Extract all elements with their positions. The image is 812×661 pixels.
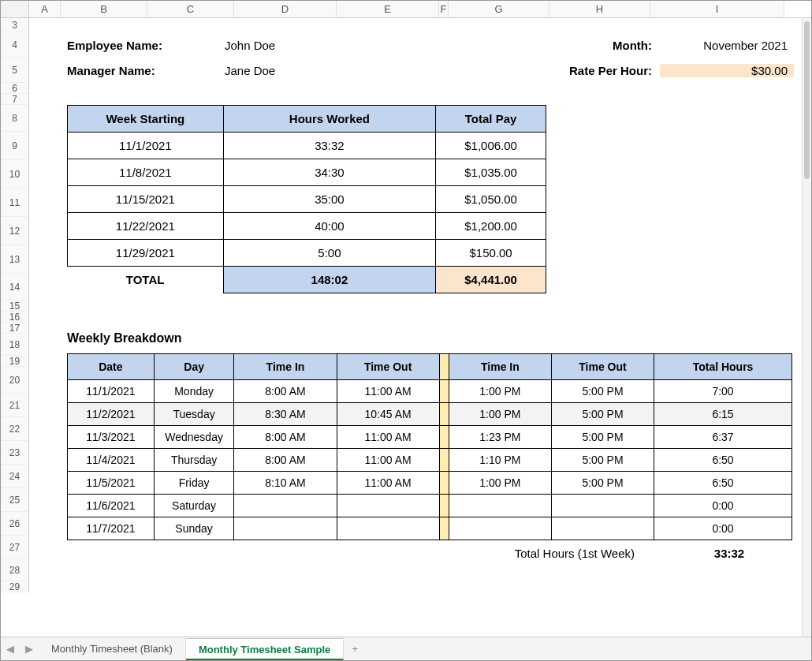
rate-value[interactable]: $30.00 bbox=[660, 64, 794, 77]
col-header-c[interactable]: C bbox=[147, 1, 234, 17]
cell-time-in[interactable]: 8:30 AM bbox=[234, 403, 337, 426]
cell-time-out-2[interactable]: 5:00 PM bbox=[551, 426, 654, 449]
summary-row[interactable]: 11/29/20215:00$150.00 bbox=[68, 240, 546, 267]
row-header-12[interactable]: 12 bbox=[1, 217, 29, 245]
row-header-20[interactable]: 20 bbox=[1, 367, 29, 394]
row-header-23[interactable]: 23 bbox=[1, 441, 29, 465]
cell-hours[interactable]: 34:30 bbox=[223, 159, 435, 186]
row-header-9[interactable]: 9 bbox=[1, 132, 29, 160]
cell-time-in-2[interactable]: 1:10 PM bbox=[449, 449, 551, 472]
cell-day[interactable]: Tuesday bbox=[154, 403, 234, 426]
cell-hours[interactable]: 40:00 bbox=[223, 213, 435, 240]
row-header-15[interactable]: 15 bbox=[1, 301, 29, 312]
cell-time-out-2[interactable]: 5:00 PM bbox=[551, 403, 654, 426]
cell-pay[interactable]: $1,006.00 bbox=[436, 133, 546, 159]
row-header-18[interactable]: 18 bbox=[1, 334, 29, 356]
row-header-25[interactable]: 25 bbox=[1, 488, 29, 512]
cell-time-in-2[interactable]: 1:00 PM bbox=[449, 472, 551, 495]
cell-date[interactable]: 11/3/2021 bbox=[68, 426, 155, 449]
col-header-g[interactable]: G bbox=[449, 1, 549, 17]
breakdown-row[interactable]: 11/3/2021Wednesday8:00 AM11:00 AM1:23 PM… bbox=[68, 426, 792, 449]
row-header-24[interactable]: 24 bbox=[1, 465, 29, 488]
cell-time-out-2[interactable] bbox=[551, 495, 654, 517]
cell-hours[interactable]: 35:00 bbox=[223, 186, 435, 213]
cell-week[interactable]: 11/22/2021 bbox=[68, 213, 224, 240]
breakdown-row[interactable]: 11/1/2021Monday8:00 AM11:00 AM1:00 PM5:0… bbox=[68, 380, 792, 403]
row-header-13[interactable]: 13 bbox=[1, 245, 29, 274]
cell-day[interactable]: Monday bbox=[154, 380, 234, 403]
cell-total-hours[interactable]: 6:50 bbox=[654, 472, 792, 495]
col-header-a[interactable]: A bbox=[29, 1, 61, 17]
row-header-6[interactable]: 6 bbox=[1, 83, 29, 94]
col-header-d[interactable]: D bbox=[234, 1, 337, 17]
cell-date[interactable]: 11/7/2021 bbox=[68, 517, 155, 540]
breakdown-row[interactable]: 11/6/2021Saturday0:00 bbox=[68, 495, 792, 517]
cell-total-hours[interactable]: 0:00 bbox=[654, 495, 792, 517]
row-header-14[interactable]: 14 bbox=[1, 274, 29, 301]
cell-time-in-2[interactable]: 1:23 PM bbox=[449, 426, 551, 449]
row-header-28[interactable]: 28 bbox=[1, 559, 29, 581]
cell-time-out[interactable]: 11:00 AM bbox=[337, 380, 439, 403]
cell-time-out[interactable]: 11:00 AM bbox=[337, 426, 439, 449]
row-header-3[interactable]: 3 bbox=[1, 18, 29, 32]
cell-time-in-2[interactable]: 1:00 PM bbox=[449, 403, 551, 426]
summary-row[interactable]: 11/15/202135:00$1,050.00 bbox=[68, 186, 546, 213]
summary-row[interactable]: 11/22/202140:00$1,200.00 bbox=[68, 213, 546, 240]
cell-time-out-2[interactable]: 5:00 PM bbox=[551, 449, 654, 472]
cell-time-out-2[interactable]: 5:00 PM bbox=[551, 472, 654, 495]
cell-total-hours[interactable]: 0:00 bbox=[654, 517, 792, 540]
select-all-corner[interactable] bbox=[1, 1, 29, 17]
cell-time-in-2[interactable] bbox=[449, 517, 551, 540]
cell-time-in[interactable] bbox=[234, 517, 337, 540]
tab-nav-next[interactable]: ▶ bbox=[20, 643, 39, 655]
breakdown-row[interactable]: 11/5/2021Friday8:10 AM11:00 AM1:00 PM5:0… bbox=[68, 472, 792, 495]
cell-day[interactable]: Wednesday bbox=[154, 426, 234, 449]
cell-week[interactable]: 11/29/2021 bbox=[68, 240, 224, 267]
spreadsheet-content[interactable]: Employee Name: John Doe Month: November … bbox=[29, 18, 802, 637]
cell-time-in[interactable]: 8:00 AM bbox=[234, 380, 337, 403]
cell-week[interactable]: 11/8/2021 bbox=[68, 159, 224, 186]
cell-day[interactable]: Sunday bbox=[154, 517, 234, 540]
row-header-19[interactable]: 19 bbox=[1, 356, 29, 367]
cell-pay[interactable]: $1,200.00 bbox=[436, 213, 546, 240]
cell-time-out[interactable] bbox=[337, 517, 439, 540]
cell-time-in-2[interactable] bbox=[449, 495, 551, 517]
col-header-e[interactable]: E bbox=[337, 1, 439, 17]
cell-time-out-2[interactable] bbox=[551, 517, 654, 540]
row-header-22[interactable]: 22 bbox=[1, 417, 29, 441]
cell-time-in[interactable] bbox=[234, 495, 337, 517]
row-header-7[interactable]: 7 bbox=[1, 94, 29, 105]
cell-time-in-2[interactable]: 1:00 PM bbox=[449, 380, 551, 403]
cell-time-in[interactable]: 8:00 AM bbox=[234, 426, 337, 449]
breakdown-row[interactable]: 11/2/2021Tuesday8:30 AM10:45 AM1:00 PM5:… bbox=[68, 403, 792, 426]
cell-week[interactable]: 11/1/2021 bbox=[68, 133, 224, 159]
summary-row[interactable]: 11/8/202134:30$1,035.00 bbox=[68, 159, 546, 186]
cell-time-in[interactable]: 8:00 AM bbox=[234, 449, 337, 472]
cell-day[interactable]: Friday bbox=[154, 472, 234, 495]
month-value[interactable]: November 2021 bbox=[660, 39, 794, 52]
sheet-tab[interactable]: Monthly Timesheet (Blank) bbox=[39, 638, 186, 660]
cell-date[interactable]: 11/2/2021 bbox=[68, 403, 155, 426]
add-sheet-button[interactable]: + bbox=[344, 643, 366, 655]
vertical-scrollbar[interactable] bbox=[802, 18, 811, 637]
cell-total-hours[interactable]: 7:00 bbox=[654, 380, 792, 403]
row-header-27[interactable]: 27 bbox=[1, 536, 29, 559]
row-header-26[interactable]: 26 bbox=[1, 512, 29, 536]
row-header-11[interactable]: 11 bbox=[1, 189, 29, 217]
cell-pay[interactable]: $150.00 bbox=[436, 240, 546, 267]
cell-pay[interactable]: $1,050.00 bbox=[436, 186, 546, 213]
cell-time-out[interactable]: 11:00 AM bbox=[337, 449, 439, 472]
cell-time-out[interactable] bbox=[337, 495, 439, 517]
cell-date[interactable]: 11/1/2021 bbox=[68, 380, 155, 403]
scrollbar-thumb[interactable] bbox=[804, 21, 810, 179]
cell-total-hours[interactable]: 6:37 bbox=[654, 426, 792, 449]
cell-time-in[interactable]: 8:10 AM bbox=[234, 472, 337, 495]
row-header-16[interactable]: 16 bbox=[1, 312, 29, 323]
cell-time-out[interactable]: 10:45 AM bbox=[337, 403, 439, 426]
sheet-tab[interactable]: Monthly Timesheet Sample bbox=[186, 638, 344, 660]
cell-day[interactable]: Thursday bbox=[154, 449, 234, 472]
row-header-17[interactable]: 17 bbox=[1, 323, 29, 334]
row-header-29[interactable]: 29 bbox=[1, 581, 29, 592]
cell-hours[interactable]: 33:32 bbox=[223, 133, 435, 159]
cell-week[interactable]: 11/15/2021 bbox=[68, 186, 224, 213]
